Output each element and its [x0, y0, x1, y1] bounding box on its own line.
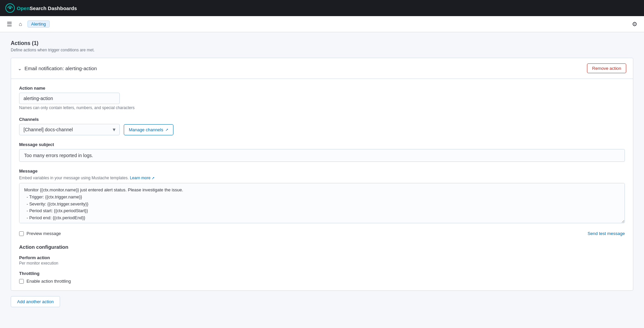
- action-name-group: Action name Names can only contain lette…: [19, 86, 625, 110]
- learn-more-link[interactable]: Learn more ➚: [130, 176, 154, 180]
- action-name-input[interactable]: [19, 93, 120, 104]
- action-config-title: Action configuration: [19, 244, 625, 250]
- learn-more-label: Learn more: [130, 176, 150, 180]
- svg-point-1: [9, 7, 11, 9]
- action-card-title: ⌄ Email notification: alerting-action: [18, 65, 97, 71]
- channel-select-wrapper: [Channel] docs-channel ▼: [19, 124, 120, 135]
- chevron-down-icon: ⌄: [18, 66, 22, 71]
- throttling-label: Throttling: [19, 271, 625, 276]
- message-label: Message: [19, 169, 625, 174]
- channels-group: Channels [Channel] docs-channel ▼ Manage…: [19, 117, 625, 135]
- logo-text: OpenSearch Dashboards: [17, 5, 77, 11]
- menu-icon: ☰: [7, 20, 12, 28]
- breadcrumb-tag: Alerting: [28, 20, 50, 28]
- action-configuration-section: Action configuration Perform action Per …: [19, 244, 625, 284]
- opensearch-logo-icon: [5, 3, 15, 13]
- preview-message-label: Preview message: [26, 231, 61, 236]
- action-name-label: Action name: [19, 86, 625, 91]
- preview-message-checkbox[interactable]: [19, 231, 24, 236]
- message-textarea[interactable]: Monitor {{ctx.monitor.name}} just entere…: [19, 183, 625, 223]
- manage-channels-button[interactable]: Manage channels ➚: [124, 124, 173, 135]
- secondary-nav: ☰ ⌂ Alerting ⚙: [0, 16, 644, 32]
- preview-test-row: Preview message Send test message: [19, 231, 625, 236]
- external-link-icon: ➚: [165, 128, 168, 132]
- perform-action-value: Per monitor execution: [19, 261, 625, 266]
- action-card-header: ⌄ Email notification: alerting-action Re…: [11, 58, 633, 79]
- settings-icon: ⚙: [632, 20, 637, 28]
- channels-label: Channels: [19, 117, 625, 122]
- message-subject-input[interactable]: [19, 149, 625, 162]
- action-card-title-text: Email notification: alerting-action: [24, 65, 97, 71]
- enable-throttling-label: Enable action throttling: [26, 279, 71, 284]
- message-hint: Embed variables in your message using Mu…: [19, 176, 625, 180]
- remove-action-button[interactable]: Remove action: [587, 63, 626, 73]
- top-nav: OpenSearch Dashboards: [0, 0, 644, 16]
- action-card-body: Action name Names can only contain lette…: [11, 79, 633, 290]
- add-another-action-button[interactable]: Add another action: [11, 296, 60, 307]
- action-card: ⌄ Email notification: alerting-action Re…: [11, 58, 633, 291]
- main-content: Actions (1) Define actions when trigger …: [0, 32, 644, 328]
- message-subject-group: Message subject: [19, 142, 625, 162]
- logo: OpenSearch Dashboards: [5, 3, 77, 13]
- home-button[interactable]: ⌂: [16, 20, 25, 29]
- preview-checkbox-row: Preview message: [19, 231, 61, 236]
- home-icon: ⌂: [19, 21, 22, 27]
- enable-throttling-checkbox[interactable]: [19, 279, 24, 284]
- throttle-checkbox-row: Enable action throttling: [19, 279, 625, 284]
- section-title: Actions (1): [11, 40, 633, 46]
- settings-button[interactable]: ⚙: [631, 19, 639, 29]
- menu-button[interactable]: ☰: [5, 19, 13, 29]
- message-label-row: Message: [19, 169, 625, 174]
- message-group: Message Embed variables in your message …: [19, 169, 625, 224]
- section-subtitle: Define actions when trigger conditions a…: [11, 48, 633, 52]
- action-name-hint: Names can only contain letters, numbers,…: [19, 105, 625, 110]
- channel-select[interactable]: [Channel] docs-channel: [19, 124, 120, 135]
- nav-right: ⚙: [631, 19, 639, 29]
- external-link-icon-2: ➚: [152, 176, 155, 180]
- manage-channels-label: Manage channels: [129, 127, 163, 132]
- send-test-message-button[interactable]: Send test message: [588, 231, 625, 236]
- channels-row: [Channel] docs-channel ▼ Manage channels…: [19, 124, 625, 135]
- perform-action-label: Perform action: [19, 255, 625, 260]
- message-subject-label: Message subject: [19, 142, 625, 147]
- message-hint-text: Embed variables in your message using Mu…: [19, 176, 129, 180]
